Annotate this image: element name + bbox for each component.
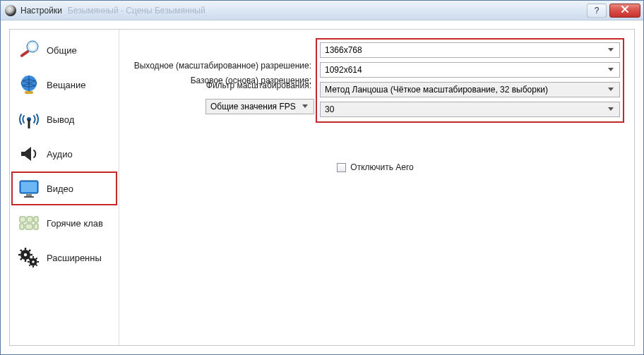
chevron-down-icon bbox=[605, 43, 616, 57]
gears-icon bbox=[17, 246, 41, 270]
fps-value-combo[interactable]: 30 bbox=[320, 102, 620, 117]
svg-rect-7 bbox=[28, 119, 30, 128]
sidebar-item-label: Общие bbox=[47, 45, 77, 56]
svg-rect-14 bbox=[34, 217, 38, 222]
obs-app-icon bbox=[5, 5, 16, 16]
base-resolution-value: 1366x768 bbox=[325, 45, 605, 55]
svg-rect-22 bbox=[18, 254, 20, 255]
output-resolution-combo[interactable]: 1092x614 bbox=[320, 62, 620, 78]
svg-point-1 bbox=[29, 43, 36, 50]
svg-rect-10 bbox=[26, 194, 32, 196]
svg-rect-20 bbox=[25, 248, 26, 250]
sidebar-item-audio[interactable]: Аудио bbox=[11, 137, 117, 171]
sidebar-item-stream[interactable]: Вещание bbox=[11, 68, 117, 102]
chevron-down-icon bbox=[605, 102, 616, 116]
client-area: Общие Вещание Вывод bbox=[1, 20, 643, 354]
svg-point-29 bbox=[32, 260, 34, 263]
chevron-down-icon bbox=[605, 83, 616, 97]
downscale-filter-value: Метод Ланцоша (Чёткое масштабирование, 3… bbox=[325, 85, 605, 95]
keyboard-icon bbox=[17, 211, 41, 235]
svg-rect-30 bbox=[32, 256, 34, 258]
settings-panel: Общие Вещание Вывод bbox=[9, 29, 635, 346]
sidebar-item-general[interactable]: Общие bbox=[11, 33, 117, 67]
sidebar-item-label: Горячие клав bbox=[47, 218, 103, 229]
downscale-filter-combo[interactable]: Метод Ланцоша (Чёткое масштабирование, 3… bbox=[320, 82, 620, 97]
sidebar-item-label: Вывод bbox=[47, 114, 74, 125]
sidebar: Общие Вещание Вывод bbox=[10, 30, 119, 345]
svg-rect-12 bbox=[20, 217, 25, 222]
downscale-filter-label: Фильтр масштабирования: bbox=[126, 80, 316, 90]
svg-rect-23 bbox=[30, 254, 32, 255]
svg-rect-16 bbox=[25, 224, 32, 229]
chevron-down-icon bbox=[605, 63, 616, 77]
globe-icon bbox=[17, 73, 41, 97]
disable-aero-checkbox[interactable] bbox=[337, 163, 346, 172]
svg-rect-5 bbox=[25, 91, 33, 94]
help-icon: ? bbox=[595, 6, 600, 16]
svg-rect-33 bbox=[37, 261, 40, 263]
svg-rect-13 bbox=[27, 217, 32, 222]
monitor-icon bbox=[17, 176, 41, 200]
sidebar-item-video[interactable]: Видео bbox=[11, 172, 117, 205]
base-resolution-combo[interactable]: 1366x768 bbox=[320, 42, 620, 58]
fps-type-combo[interactable]: Общие значения FPS bbox=[205, 99, 314, 114]
svg-rect-2 bbox=[20, 49, 30, 57]
svg-rect-9 bbox=[21, 182, 37, 192]
titlebar: Настройки Безымянный - Сцены Безымянный … bbox=[1, 1, 643, 20]
window-title: Настройки bbox=[20, 6, 62, 16]
sidebar-item-label: Расширенны bbox=[47, 253, 102, 263]
sidebar-item-output[interactable]: Вывод bbox=[11, 102, 117, 136]
output-resolution-label: Выходное (масштабированное) разрешение: bbox=[126, 61, 316, 71]
svg-rect-11 bbox=[24, 196, 34, 198]
svg-rect-31 bbox=[32, 266, 34, 268]
fps-value: 30 bbox=[325, 104, 605, 114]
sidebar-item-hotkeys[interactable]: Горячие клав bbox=[11, 206, 117, 240]
video-settings-pane: Базовое (основа) разрешение: 1366x768 10… bbox=[119, 30, 634, 345]
sidebar-item-advanced[interactable]: Расширенны bbox=[11, 241, 117, 275]
sidebar-item-label: Вещание bbox=[47, 80, 86, 90]
speaker-icon bbox=[17, 142, 41, 166]
fps-type-value: Общие значения FPS bbox=[210, 102, 299, 112]
svg-rect-15 bbox=[20, 224, 24, 229]
output-resolution-value: 1092x614 bbox=[325, 65, 605, 75]
disable-aero-label: Отключить Aero bbox=[350, 162, 413, 172]
svg-rect-32 bbox=[28, 261, 30, 263]
antenna-icon bbox=[17, 107, 41, 131]
window-subtitle: Безымянный - Сцены Безымянный bbox=[68, 6, 205, 16]
wrench-icon bbox=[17, 38, 41, 62]
help-button[interactable]: ? bbox=[587, 4, 607, 18]
disable-aero-row: Отключить Aero bbox=[126, 162, 624, 172]
sidebar-item-label: Аудио bbox=[47, 149, 73, 160]
svg-rect-17 bbox=[34, 224, 38, 229]
settings-window: Настройки Безымянный - Сцены Безымянный … bbox=[0, 0, 644, 355]
close-button[interactable] bbox=[609, 4, 640, 18]
highlighted-settings-group: 1366x768 1092x614 Метод Ланцоша (Чёткое … bbox=[316, 38, 624, 123]
chevron-down-icon bbox=[299, 100, 311, 114]
close-icon bbox=[621, 5, 629, 16]
svg-point-19 bbox=[24, 253, 27, 256]
sidebar-item-label: Видео bbox=[47, 183, 73, 194]
svg-rect-21 bbox=[25, 260, 26, 262]
